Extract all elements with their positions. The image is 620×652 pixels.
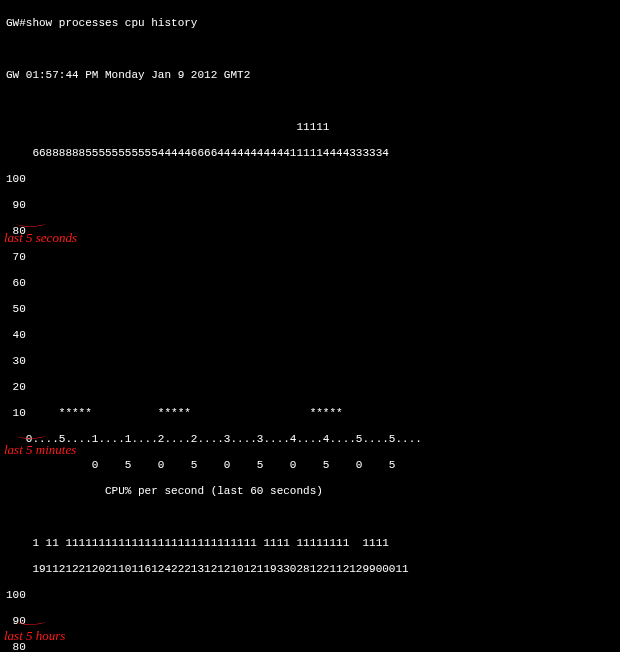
min-header-row2: 1911212212021101161242221312121012119330… bbox=[6, 563, 614, 576]
terminal-container: GW#show processes cpu history GW 01:57:4… bbox=[0, 0, 620, 652]
sec-y-40: 40 bbox=[6, 329, 614, 342]
sec-y-70: 70 bbox=[6, 251, 614, 264]
sec-y-50: 50 bbox=[6, 303, 614, 316]
min-y-80: 80 bbox=[6, 641, 614, 652]
sec-y-60: 60 bbox=[6, 277, 614, 290]
sec-caption: CPU% per second (last 60 seconds) bbox=[6, 485, 614, 498]
terminal-output: GW#show processes cpu history GW 01:57:4… bbox=[0, 0, 620, 652]
min-header-row1: 1 11 11111111111111111111111111111 1111 … bbox=[6, 537, 614, 550]
prompt: GW# bbox=[6, 17, 26, 29]
sec-y-100: 100 bbox=[6, 173, 614, 186]
sec-header-row2: 6688888855555555555444446666444444444441… bbox=[6, 147, 614, 160]
min-y-100: 100 bbox=[6, 589, 614, 602]
sec-y-20: 20 bbox=[6, 381, 614, 394]
sec-header-row1: 11111 bbox=[6, 121, 614, 134]
sec-y-90: 90 bbox=[6, 199, 614, 212]
blank bbox=[6, 95, 614, 108]
sec-xaxis1: 0....5....1....1....2....2....3....3....… bbox=[6, 433, 614, 446]
min-y-90: 90 bbox=[6, 615, 614, 628]
prompt-line: GW#show processes cpu history bbox=[6, 17, 614, 30]
blank bbox=[6, 511, 614, 524]
sec-y-30: 30 bbox=[6, 355, 614, 368]
timestamp-line: GW 01:57:44 PM Monday Jan 9 2012 GMT2 bbox=[6, 69, 614, 82]
blank bbox=[6, 43, 614, 56]
sec-y-80: 80 bbox=[6, 225, 614, 238]
command: show processes cpu history bbox=[26, 17, 198, 29]
sec-y-10: 10 ***** ***** ***** bbox=[6, 407, 614, 420]
sec-xaxis2: 0 5 0 5 0 5 0 5 0 5 bbox=[6, 459, 614, 472]
